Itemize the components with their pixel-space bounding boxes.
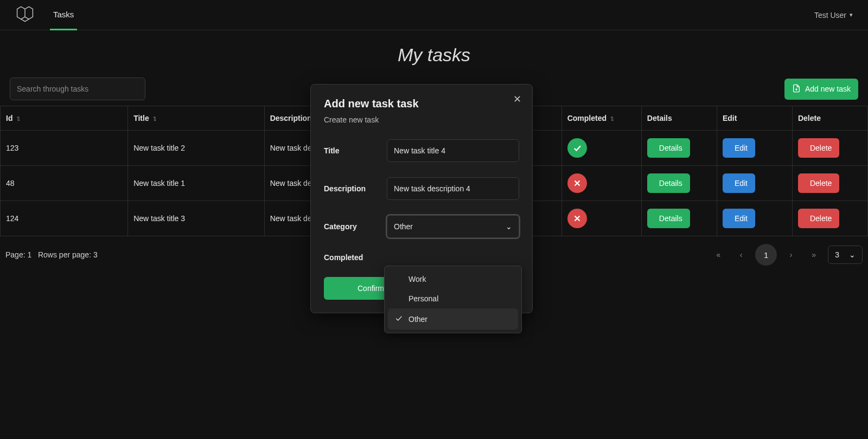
edit-button[interactable]: Edit	[723, 173, 755, 193]
edit-button[interactable]: Edit	[723, 138, 755, 158]
chevron-down-icon: ▾	[850, 11, 853, 18]
details-button[interactable]: Details	[647, 173, 690, 193]
cell-completed	[561, 166, 641, 201]
col-header-edit: Edit	[717, 106, 792, 131]
check-icon	[567, 138, 587, 158]
col-header-delete: Delete	[792, 106, 867, 131]
cell-id: 123	[1, 131, 128, 166]
page-title: My tasks	[0, 30, 868, 72]
cell-id: 48	[1, 166, 128, 201]
details-button[interactable]: Details	[647, 138, 690, 158]
chevron-down-icon: ⌄	[506, 222, 512, 231]
user-name: Test User	[814, 11, 846, 20]
page-info: Page: 1 Rows per page: 3	[5, 250, 98, 259]
field-label-completed: Completed	[324, 253, 387, 262]
pager-first[interactable]: «	[710, 246, 727, 263]
field-label-description: Description	[324, 184, 387, 193]
cell-id: 124	[1, 201, 128, 236]
search-input[interactable]	[10, 78, 145, 100]
details-button[interactable]: Details	[647, 209, 690, 228]
col-header-details: Details	[641, 106, 717, 131]
delete-button[interactable]: Delete	[798, 138, 839, 158]
cell-completed	[561, 201, 641, 236]
option-label: Work	[409, 275, 426, 283]
category-dropdown: WorkPersonalOther	[384, 266, 522, 333]
edit-button[interactable]: Edit	[723, 209, 755, 228]
sort-icon: ↑↓	[610, 114, 612, 122]
field-label-title: Title	[324, 146, 387, 155]
category-option[interactable]: Other	[388, 308, 518, 330]
pager-prev[interactable]: ‹	[732, 246, 750, 263]
delete-button[interactable]: Delete	[798, 209, 839, 228]
col-header-id[interactable]: Id ↑↓	[1, 106, 128, 131]
cell-title: New task title 3	[128, 201, 265, 236]
rows-per-page-select[interactable]: 3 ⌄	[828, 246, 863, 264]
category-option[interactable]: Work	[388, 269, 518, 289]
cell-title: New task title 1	[128, 166, 265, 201]
close-icon[interactable]: ✕	[510, 93, 524, 105]
pager-next[interactable]: ›	[782, 246, 800, 263]
category-select[interactable]: Other ⌄	[387, 215, 519, 238]
cell-completed	[561, 131, 641, 166]
delete-button[interactable]: Delete	[798, 173, 839, 193]
file-plus-icon	[792, 84, 801, 94]
x-icon	[567, 209, 587, 228]
add-task-button[interactable]: Add new task	[784, 79, 858, 100]
modal-title: Add new task task	[324, 98, 519, 110]
modal-subtitle: Create new task	[324, 115, 519, 124]
add-task-label: Add new task	[805, 85, 851, 93]
option-label: Personal	[409, 294, 438, 303]
check-icon	[394, 314, 403, 324]
user-menu[interactable]: Test User ▾	[814, 11, 853, 20]
sort-icon: ↑↓	[152, 114, 155, 122]
logo-icon	[15, 4, 35, 25]
col-header-completed[interactable]: Completed ↑↓	[561, 106, 641, 131]
category-value: Other	[394, 222, 413, 231]
nav-tab-tasks[interactable]: Tasks	[50, 0, 77, 30]
col-header-title[interactable]: Title ↑↓	[128, 106, 265, 131]
cell-title: New task title 2	[128, 131, 265, 166]
nav-tab-label: Tasks	[53, 10, 74, 19]
pager-last[interactable]: »	[805, 246, 822, 263]
title-input[interactable]	[387, 139, 519, 162]
category-option[interactable]: Personal	[388, 289, 518, 308]
sort-icon: ↑↓	[16, 114, 18, 122]
field-label-category: Category	[324, 222, 387, 231]
x-icon	[567, 173, 587, 193]
chevron-down-icon: ⌄	[849, 250, 856, 259]
pager-current[interactable]: 1	[755, 244, 777, 266]
description-input[interactable]	[387, 177, 519, 200]
app-header: Tasks Test User ▾	[0, 0, 868, 30]
option-label: Other	[409, 315, 427, 324]
